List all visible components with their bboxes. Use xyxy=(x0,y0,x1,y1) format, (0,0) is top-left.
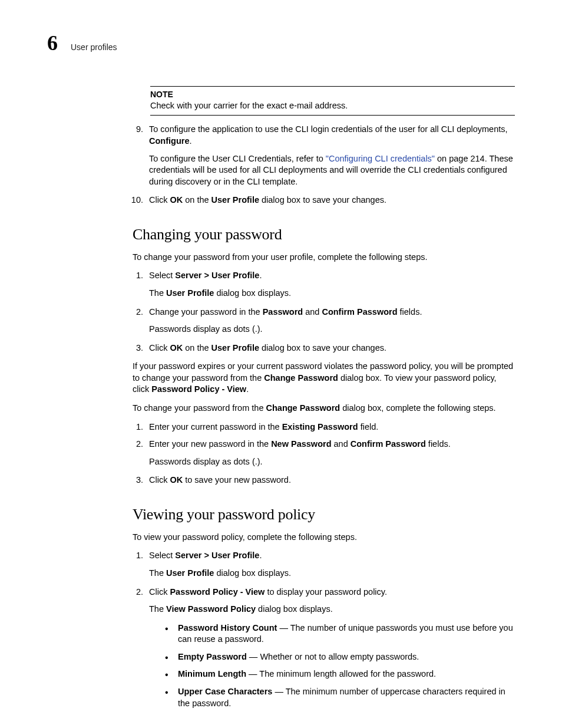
note-label: NOTE xyxy=(150,89,515,100)
header-section-title: User profiles xyxy=(71,42,117,52)
section2-list: Select Server > User Profile. The User P… xyxy=(133,550,515,615)
s1l1-step3: Click OK on the User Profile dialog box … xyxy=(146,342,515,354)
bullet-empty-password: Empty Password — Whether or not to allow… xyxy=(165,651,515,663)
section1-para2: To change your password from the Change … xyxy=(133,403,515,414)
s2-step2: Click Password Policy - View to display … xyxy=(146,587,515,615)
section2-intro: To view your password policy, complete t… xyxy=(133,532,515,543)
heading-changing-password: Changing your password xyxy=(133,224,515,245)
heading-viewing-policy: Viewing your password policy xyxy=(133,504,515,525)
step-9-sub: To configure the User CLI Credentials, r… xyxy=(149,153,515,188)
s1l2-step2-sub: Passwords display as dots (.). xyxy=(149,456,515,468)
section1-list2: Enter your current password in the Exist… xyxy=(133,421,515,486)
s2-step1: Select Server > User Profile. The User P… xyxy=(146,550,515,579)
chapter-number: 6 xyxy=(47,32,58,54)
policy-bullets: Password History Count — The number of u… xyxy=(165,622,515,709)
s1l1-step2-sub: Passwords display as dots (.). xyxy=(149,324,515,335)
page-header: 6 User profiles xyxy=(47,32,515,54)
configuring-cli-credentials-link[interactable]: "Configuring CLI credentials" xyxy=(326,154,435,163)
s1l1-step2: Change your password in the Password and… xyxy=(146,307,515,335)
bullet-min-length: Minimum Length — The minimum length allo… xyxy=(165,668,515,680)
s1l2-step1: Enter your current password in the Exist… xyxy=(146,421,515,433)
section1-para1: If your password expires or your current… xyxy=(133,361,515,396)
step-9-text: To configure the application to use the … xyxy=(149,124,508,146)
s1l2-step3: Click OK to save your new password. xyxy=(146,475,515,486)
s1l2-step2: Enter your new password in the New Passw… xyxy=(146,439,515,467)
bullet-upper-case: Upper Case Characters — The minimum numb… xyxy=(165,686,515,709)
section1-intro: To change your password from your user p… xyxy=(133,252,515,263)
note-box: NOTE Check with your carrier for the exa… xyxy=(150,86,515,116)
s2-step2-sub: The View Password Policy dialog box disp… xyxy=(149,604,515,615)
top-steps-list: To configure the application to use the … xyxy=(133,124,515,206)
s1l1-step1-sub: The User Profile dialog box displays. xyxy=(149,288,515,299)
step-10-text: Click OK on the User Profile dialog box … xyxy=(149,195,386,205)
s1l1-step1: Select Server > User Profile. The User P… xyxy=(146,270,515,299)
section1-list1: Select Server > User Profile. The User P… xyxy=(133,270,515,354)
main-content: NOTE Check with your carrier for the exa… xyxy=(133,86,515,709)
bullet-history-count: Password History Count — The number of u… xyxy=(165,622,515,645)
page: 6 User profiles NOTE Check with your car… xyxy=(0,0,562,728)
step-9: To configure the application to use the … xyxy=(146,124,515,187)
step-10: Click OK on the User Profile dialog box … xyxy=(146,195,515,206)
note-text: Check with your carrier for the exact e-… xyxy=(150,100,515,112)
s2-step1-sub: The User Profile dialog box displays. xyxy=(149,568,515,579)
